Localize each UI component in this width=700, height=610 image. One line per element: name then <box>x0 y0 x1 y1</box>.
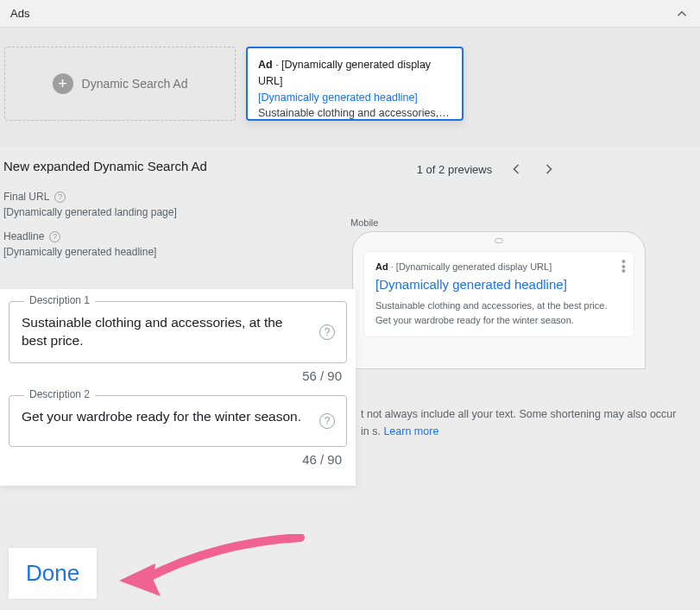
ads-row: + Dynamic Search Ad Ad · [Dynamically ge… <box>0 28 700 147</box>
final-url-label: Final URL ? <box>3 191 271 203</box>
panel-title: New expanded Dynamic Search Ad <box>3 157 271 187</box>
plus-icon: + <box>53 73 73 94</box>
description-1-label: Description 1 <box>24 294 95 306</box>
help-icon[interactable]: ? <box>49 231 60 242</box>
help-icon[interactable]: ? <box>319 413 335 429</box>
prev-icon[interactable] <box>508 160 525 178</box>
add-ad-slot[interactable]: + Dynamic Search Ad <box>4 47 236 121</box>
learn-more-link[interactable]: Learn more <box>383 425 438 437</box>
description-2-label: Description 2 <box>24 388 95 400</box>
headline-label: Headline ? <box>3 230 271 242</box>
truncation-note: t not always include all your text. Some… <box>361 406 680 440</box>
ad-display-url: [Dynamically generated display URL] <box>258 59 431 87</box>
ad-headline: [Dynamically generated headline] <box>258 90 451 106</box>
preview-body: Sustainable clothing and accessories, at… <box>375 299 622 327</box>
mobile-preview-frame: ••• Ad · [Dynamically generated display … <box>352 231 646 369</box>
ad-badge: Ad <box>375 261 388 272</box>
preview-counter: 1 of 2 previews <box>417 163 492 176</box>
final-url-value: [Dynamically generated landing page] <box>3 206 271 218</box>
description-1-field: Description 1 Sustainable clothing and a… <box>9 301 347 363</box>
phone-notch <box>495 238 503 243</box>
help-icon[interactable]: ? <box>54 192 66 203</box>
description-2-field: Description 2 Get your wardrobe ready fo… <box>9 395 347 447</box>
preview-nav: 1 of 2 previews <box>283 160 691 178</box>
add-ad-label: Dynamic Search Ad <box>82 77 188 91</box>
ad-badge: Ad <box>258 59 273 71</box>
kebab-icon[interactable]: ••• <box>621 260 626 274</box>
descriptions-editor: Description 1 Sustainable clothing and a… <box>0 289 356 486</box>
preview-headline: [Dynamically generated headline] <box>375 277 622 292</box>
preview-display-url: [Dynamically generated display URL] <box>396 261 552 272</box>
help-icon[interactable]: ? <box>319 324 335 340</box>
description-1-input[interactable]: Sustainable clothing and accessories, at… <box>9 301 347 363</box>
mobile-ad-card: ••• Ad · [Dynamically generated display … <box>363 251 634 337</box>
description-2-counter: 46 / 90 <box>9 447 347 479</box>
headline-value: [Dynamically generated headline] <box>3 246 271 258</box>
section-header[interactable]: Ads <box>0 0 700 28</box>
ad-card-selected[interactable]: Ad · [Dynamically generated display URL]… <box>246 47 464 121</box>
ad-snippet: Sustainable clothing and accessories, … <box>258 105 451 122</box>
device-label: Mobile <box>350 217 378 228</box>
next-icon[interactable] <box>540 160 558 178</box>
description-2-input[interactable]: Get your wardrobe ready for the winter s… <box>9 395 347 447</box>
done-button[interactable]: Done <box>9 548 97 599</box>
section-title: Ads <box>10 7 29 20</box>
collapse-icon[interactable] <box>674 6 690 22</box>
